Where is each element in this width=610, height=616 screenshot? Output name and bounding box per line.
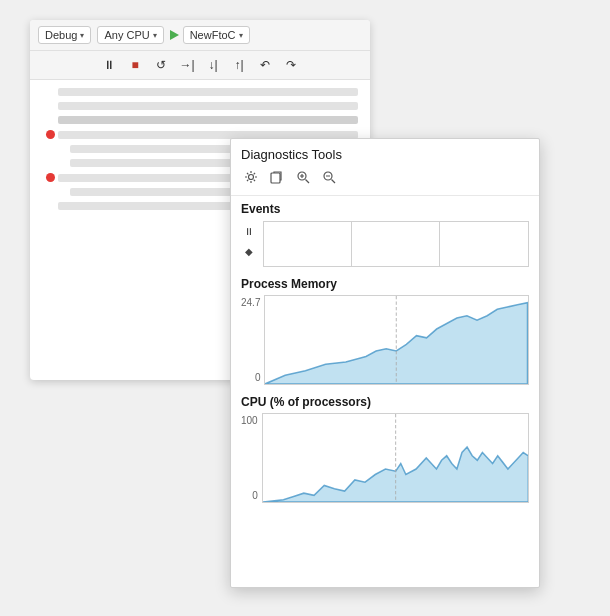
breakpoint-dot-1[interactable]: [42, 130, 58, 139]
svg-point-0: [249, 175, 254, 180]
cpu-label: Any CPU: [104, 29, 149, 41]
code-line-1: [58, 88, 358, 96]
settings-icon: [244, 170, 258, 184]
diagnostics-header: Diagnostics Tools: [231, 139, 539, 196]
memory-chart: [264, 295, 529, 385]
events-cell-2: [352, 222, 440, 266]
cpu-y-axis: 100 0: [241, 413, 258, 503]
memory-chart-svg: [265, 296, 528, 384]
step-out-button[interactable]: ↑|: [229, 55, 249, 75]
events-diamond-btn[interactable]: ◆: [241, 243, 257, 259]
breakpoint-dot-2[interactable]: [42, 173, 58, 182]
memory-y-min: 0: [241, 372, 260, 383]
code-row-3: [42, 116, 358, 124]
step-into-button[interactable]: ↓|: [203, 55, 223, 75]
project-arrow-icon: ▾: [239, 31, 243, 40]
events-cell-1: [264, 222, 352, 266]
redo-button[interactable]: ↷: [281, 55, 301, 75]
diagnostics-icon-bar: [241, 167, 529, 187]
memory-y-max: 24.7: [241, 297, 260, 308]
events-controls: ⏸ ◆: [241, 223, 257, 259]
editor-toolbar-row1: Debug ▾ Any CPU ▾ NewFtoC ▾: [30, 20, 370, 51]
step-over-button[interactable]: →|: [177, 55, 197, 75]
code-row-2: [42, 102, 358, 110]
code-row-1: [42, 88, 358, 96]
events-cell-3: [440, 222, 528, 266]
zoom-out-btn[interactable]: [319, 167, 339, 187]
svg-line-7: [332, 180, 336, 184]
memory-chart-container: 24.7 0: [241, 295, 529, 385]
restart-button[interactable]: ↺: [151, 55, 171, 75]
debug-group: Debug ▾: [38, 26, 91, 44]
cpu-dropdown[interactable]: Any CPU ▾: [97, 26, 163, 44]
debug-dropdown[interactable]: Debug ▾: [38, 26, 91, 44]
stop-button[interactable]: ■: [125, 55, 145, 75]
project-label: NewFtoC: [190, 29, 236, 41]
zoom-in-btn[interactable]: [293, 167, 313, 187]
debug-arrow-icon: ▾: [80, 31, 84, 40]
diagnostics-title: Diagnostics Tools: [241, 147, 529, 162]
play-icon: [170, 30, 179, 40]
diagnostics-panel: Diagnostics Tools: [230, 138, 540, 588]
cpu-arrow-icon: ▾: [153, 31, 157, 40]
svg-rect-1: [271, 173, 280, 183]
memory-y-axis: 24.7 0: [241, 295, 260, 385]
zoom-in-icon: [296, 170, 310, 184]
cpu-chart-container: 100 0: [241, 413, 529, 503]
svg-line-3: [306, 180, 310, 184]
events-pause-btn[interactable]: ⏸: [241, 223, 257, 239]
cpu-group: Any CPU ▾: [97, 26, 163, 44]
cpu-title: CPU (% of processors): [241, 395, 529, 409]
events-grid: [263, 221, 529, 267]
events-area: ⏸ ◆: [241, 221, 529, 267]
cpu-chart-svg: [263, 414, 528, 502]
project-group: NewFtoC ▾: [170, 26, 250, 44]
export-icon: [270, 170, 284, 184]
cpu-section: CPU (% of processors) 100 0: [231, 391, 539, 509]
cpu-y-max: 100: [241, 415, 258, 426]
export-icon-btn[interactable]: [267, 167, 287, 187]
code-line-2: [58, 102, 358, 110]
memory-section: Process Memory 24.7 0: [231, 273, 539, 391]
editor-toolbar-row2: ⏸ ■ ↺ →| ↓| ↑| ↶ ↷: [30, 51, 370, 80]
zoom-out-icon: [322, 170, 336, 184]
memory-title: Process Memory: [241, 277, 529, 291]
settings-icon-btn[interactable]: [241, 167, 261, 187]
undo-button[interactable]: ↶: [255, 55, 275, 75]
pause-button[interactable]: ⏸: [99, 55, 119, 75]
events-section: Events ⏸ ◆: [231, 196, 539, 273]
cpu-y-min: 0: [241, 490, 258, 501]
cpu-chart: [262, 413, 529, 503]
code-line-3: [58, 116, 358, 124]
events-title: Events: [241, 202, 529, 216]
debug-label: Debug: [45, 29, 77, 41]
project-dropdown[interactable]: NewFtoC ▾: [183, 26, 250, 44]
